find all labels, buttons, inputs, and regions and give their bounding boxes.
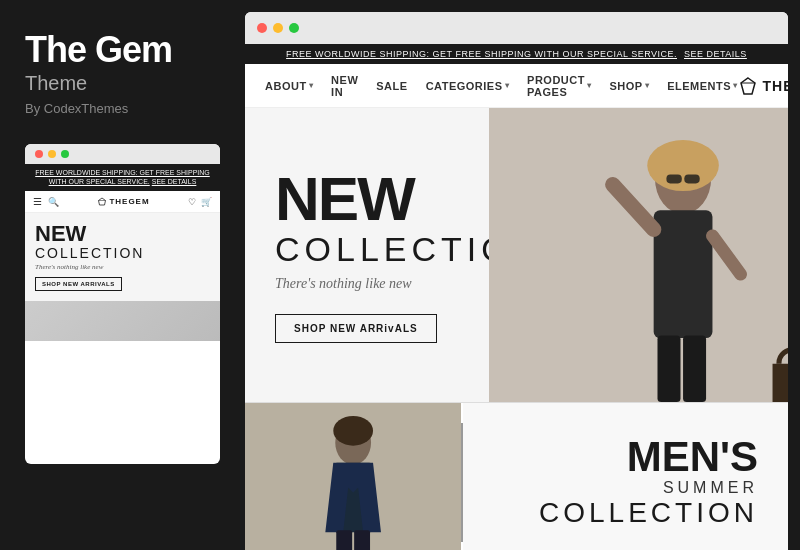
svg-rect-4 [489,108,788,402]
mini-shop-btn[interactable]: SHOP NEW ARRIVALS [35,277,122,291]
brand-by: By CodexThemes [25,101,220,116]
model-silhouette [489,108,788,402]
mini-hero-tagline: There's nothing like new [35,263,210,271]
hero-right [489,108,788,402]
nav-item-categories[interactable]: CATEGORIES ▾ [426,80,509,92]
mini-dot-red [35,150,43,158]
browser-bar [245,12,788,44]
mens-collection-text: COLLECTION [539,497,758,529]
svg-rect-20 [354,530,370,550]
mini-hero-collection: COLLECTION [35,246,210,260]
svg-rect-19 [336,530,352,550]
svg-rect-7 [654,210,713,338]
hero-new-text: NEW [275,168,459,230]
mens-collection-section: MEN'S SUMMER COLLECTION [245,402,788,550]
mens-model-area [245,403,461,550]
brand-title: The Gem [25,30,220,70]
mens-model-silhouette [245,403,461,550]
dot-yellow [273,23,283,33]
mens-title: MEN'S [627,436,758,478]
mini-dot-yellow [48,150,56,158]
chevron-down-icon: ▾ [645,81,650,90]
chevron-down-icon: ▾ [587,81,592,90]
announcement-link[interactable]: SEE DETAILS [684,49,747,59]
hero-tagline: There's nothing like new [275,276,459,292]
mini-browser: FREE WORLDWIDE SHIPPING: GET FREE SHIPPI… [25,144,220,464]
nav-item-about[interactable]: ABOUT ▾ [265,80,313,92]
mini-hamburger-icon: ☰ [33,196,42,207]
mini-browser-content: FREE WORLDWIDE SHIPPING: GET FREE SHIPPI… [25,164,220,464]
nav-logo: THEGEM [738,76,788,96]
hero-model-image [489,108,788,402]
svg-rect-8 [658,336,681,402]
dot-green [289,23,299,33]
nav-left: ABOUT ▾ NEW IN SALE CATEGORIES ▾ PRODUCT… [265,74,738,98]
nav-item-shop[interactable]: SHOP ▾ [609,80,649,92]
mini-bottom-section [25,301,220,341]
mini-browser-bar [25,144,220,164]
svg-rect-13 [685,174,700,183]
hero-collection-text: COLLECTION [275,232,459,266]
mini-nav-right: ♡ 🛒 [188,197,212,207]
left-panel: The Gem Theme By CodexThemes FREE WORLDW… [0,0,245,550]
main-browser: FREE WORLDWIDE SHIPPING: GET FREE SHIPPI… [245,12,788,550]
chevron-down-icon: ▾ [309,81,314,90]
svg-marker-2 [741,78,755,94]
svg-rect-9 [683,336,706,402]
main-nav: ABOUT ▾ NEW IN SALE CATEGORIES ▾ PRODUCT… [245,64,788,108]
gem-logo-icon [738,76,758,96]
mini-cart-icon: 🛒 [201,197,212,207]
brand-subtitle: Theme [25,72,220,95]
mini-logo: THEGEM [97,197,149,207]
mini-nav-left: ☰ 🔍 [33,196,59,207]
hero-left: NEW COLLECTION There's nothing like new … [245,108,489,402]
mini-search-icon: 🔍 [48,197,59,207]
svg-point-6 [648,140,720,191]
mini-hero: NEW COLLECTION There's nothing like new … [25,213,220,301]
nav-item-product-pages[interactable]: PRODUCT PAGES ▾ [527,74,591,98]
logo-text: THEGEM [763,78,788,94]
nav-item-sale[interactable]: SALE [376,80,407,92]
announcement-bar: FREE WORLDWIDE SHIPPING: GET FREE SHIPPI… [245,44,788,64]
hero-section: NEW COLLECTION There's nothing like new … [245,108,788,402]
mini-heart-icon: ♡ [188,197,196,207]
svg-point-16 [333,416,373,446]
nav-item-newin[interactable]: NEW IN [331,74,358,98]
browser-content: FREE WORLDWIDE SHIPPING: GET FREE SHIPPI… [245,44,788,550]
mini-mens-placeholder [25,301,220,341]
mens-text-area: MEN'S SUMMER COLLECTION [463,403,788,550]
shop-new-arrivals-button[interactable]: SHOP NEW ARRivALS [275,314,437,343]
nav-item-elements[interactable]: ELEMENTS ▾ [667,80,737,92]
mini-nav: ☰ 🔍 THEGEM ♡ 🛒 [25,191,220,213]
svg-marker-0 [99,198,106,205]
mini-announcement: FREE WORLDWIDE SHIPPING: GET FREE SHIPPI… [25,164,220,192]
svg-rect-12 [667,174,682,183]
mens-subtitle: SUMMER [663,479,758,497]
mini-dot-green [61,150,69,158]
dot-red [257,23,267,33]
chevron-down-icon: ▾ [505,81,510,90]
mini-hero-new: NEW [35,223,210,245]
mini-gem-icon [97,197,107,207]
